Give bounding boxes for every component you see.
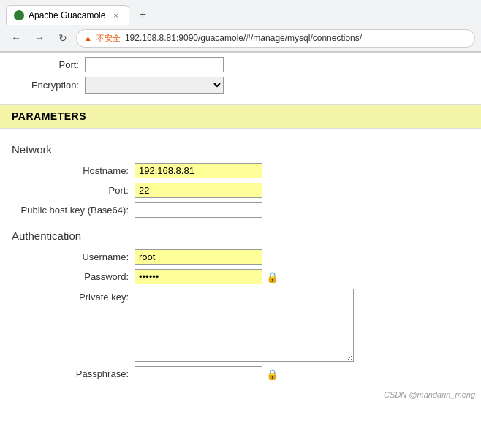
encryption-row: Encryption: [12, 77, 469, 94]
pubkey-input[interactable] [135, 202, 262, 218]
pubkey-row: Public host key (Base64): [18, 202, 469, 218]
address-bar[interactable]: ▲ 不安全 192.168.8.81:9090/guacamole/#/mana… [76, 29, 475, 48]
security-label: 不安全 [96, 33, 121, 44]
forward-button[interactable]: → [29, 28, 50, 48]
password-input[interactable] [135, 269, 262, 284]
encryption-label: Encryption: [12, 80, 85, 91]
passphrase-row: Passphrase: 🔒 [18, 366, 469, 381]
top-fields-section: Port: Encryption: [0, 53, 481, 104]
authentication-title: Authentication [12, 229, 469, 242]
nav-bar: ← → ↻ ▲ 不安全 192.168.8.81:9090/guacamole/… [0, 25, 481, 52]
network-port-input[interactable] [135, 183, 262, 198]
parameters-header: PARAMETERS [0, 104, 481, 129]
top-port-input[interactable] [85, 57, 224, 72]
tab-favicon [14, 10, 24, 20]
passphrase-label: Passphrase: [18, 368, 135, 379]
private-key-row: Private key: [18, 289, 469, 362]
network-fields: Hostname: Port: Public host key (Base64)… [18, 163, 469, 218]
private-key-textarea[interactable] [135, 289, 354, 362]
username-input[interactable] [135, 249, 262, 265]
network-port-row: Port: [18, 183, 469, 198]
authentication-fields: Username: Password: 🔒 Private key: Passp… [18, 249, 469, 381]
passphrase-input[interactable] [135, 366, 262, 381]
new-tab-button[interactable]: + [132, 4, 153, 25]
username-label: Username: [18, 251, 135, 262]
page-content: Port: Encryption: PARAMETERS Network Hos… [0, 53, 481, 405]
active-tab[interactable]: Apache Guacamole × [6, 5, 129, 25]
username-row: Username: [18, 249, 469, 265]
top-port-row: Port: [12, 57, 469, 72]
encryption-select[interactable] [85, 77, 224, 94]
top-port-label: Port: [12, 59, 85, 70]
security-icon: ▲ [84, 34, 92, 42]
tab-close-button[interactable]: × [110, 10, 121, 21]
hostname-input[interactable] [135, 163, 262, 178]
private-key-label: Private key: [18, 289, 135, 303]
password-lock-icon: 🔒 [266, 271, 279, 283]
tab-label: Apache Guacamole [29, 10, 105, 20]
refresh-button[interactable]: ↻ [53, 28, 73, 48]
password-row: Password: 🔒 [18, 269, 469, 284]
back-button[interactable]: ← [6, 28, 26, 48]
passphrase-lock-icon: 🔒 [266, 368, 279, 380]
network-port-label: Port: [18, 185, 135, 196]
password-label: Password: [18, 271, 135, 282]
pubkey-label: Public host key (Base64): [18, 205, 135, 216]
hostname-label: Hostname: [18, 165, 135, 176]
address-text: 192.168.8.81:9090/guacamole/#/manage/mys… [125, 33, 467, 43]
tab-bar: Apache Guacamole × + [0, 0, 481, 25]
network-title: Network [12, 143, 469, 156]
form-area: Network Hostname: Port: Public host key … [0, 129, 481, 405]
hostname-row: Hostname: [18, 163, 469, 178]
watermark: CSDN @mandarin_meng [384, 390, 475, 399]
browser-chrome: Apache Guacamole × + ← → ↻ ▲ 不安全 192.168… [0, 0, 481, 53]
